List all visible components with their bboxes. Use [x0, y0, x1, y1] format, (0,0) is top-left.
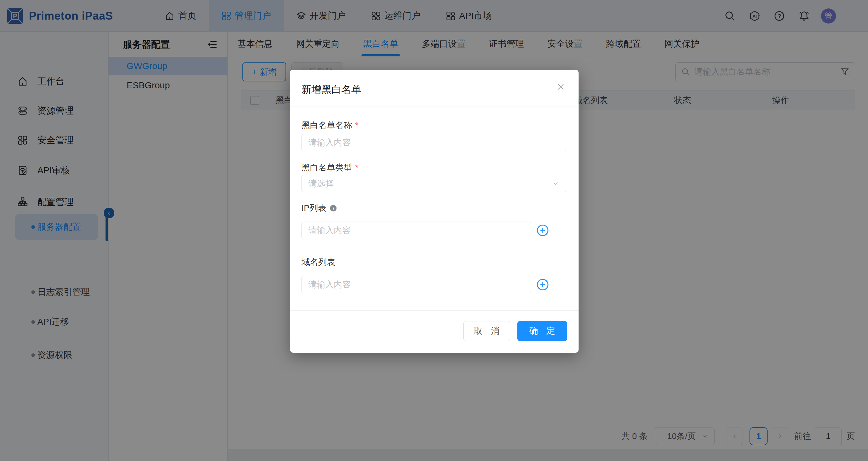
svg-text:i: i [333, 205, 334, 211]
app-screen: P Primeton iPaaS 首页 管理门户 开发门户 运维门户 [0, 0, 868, 461]
ip-list-field-label: IP列表 i [302, 202, 337, 214]
field-label-text: 域名列表 [302, 256, 335, 268]
field-label-text: IP列表 [302, 202, 326, 214]
dialog-title: 新增黑白名单 [302, 83, 361, 96]
add-domain-row-button[interactable] [536, 278, 549, 291]
add-ip-row-button[interactable] [536, 224, 549, 237]
ip-list-input[interactable] [302, 222, 531, 239]
info-icon[interactable]: i [329, 204, 337, 212]
name-field-label: 黑白名单名称 * [302, 120, 359, 131]
field-label-text: 黑白名单类型 [302, 162, 352, 173]
add-blackwhite-list-dialog: 新增黑白名单 黑白名单名称 * 黑白名单类型 * 请选择 IP列表 i 域名列表 [290, 70, 579, 353]
domain-list-field-label: 域名列表 [302, 256, 335, 268]
close-icon[interactable] [556, 82, 568, 94]
dialog-footer-divider [290, 310, 579, 311]
circle-plus-icon [536, 224, 549, 237]
field-label-text: 黑白名单名称 [302, 120, 352, 131]
type-field-label: 黑白名单类型 * [302, 162, 359, 173]
domain-list-input[interactable] [302, 276, 531, 294]
circle-plus-icon [536, 278, 549, 291]
cancel-button[interactable]: 取 消 [463, 321, 510, 341]
required-asterisk: * [355, 121, 359, 130]
confirm-button[interactable]: 确 定 [517, 321, 567, 341]
chevron-down-icon [552, 179, 560, 188]
required-asterisk: * [355, 163, 359, 173]
dialog-header-divider [290, 106, 579, 106]
select-placeholder: 请选择 [308, 178, 334, 189]
type-select[interactable]: 请选择 [302, 175, 566, 192]
name-input[interactable] [302, 134, 566, 151]
